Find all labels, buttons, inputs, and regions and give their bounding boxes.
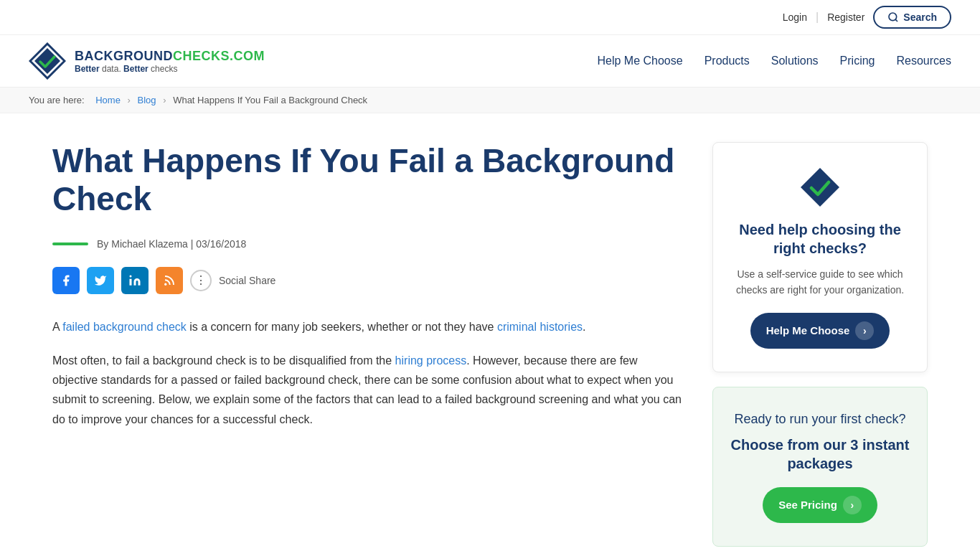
svg-marker-7 (801, 168, 839, 207)
more-share-button[interactable]: ⋮ (190, 270, 212, 291)
svg-point-6 (165, 283, 166, 285)
logo-tagline: Better data. Better checks (75, 64, 265, 74)
failed-bg-check-link[interactable]: failed background check (62, 321, 187, 333)
breadcrumb: You are here: Home › Blog › What Happens… (0, 88, 980, 113)
breadcrumb-home[interactable]: Home (95, 95, 121, 105)
logo-area: BACKGROUNDCHECKS.COM Better data. Better… (29, 42, 265, 80)
author-text: By Michael Klazema | 03/16/2018 (97, 238, 246, 250)
social-share: ⋮ Social Share (52, 267, 684, 294)
criminal-histories-link[interactable]: criminal histories (497, 321, 583, 333)
search-button[interactable]: Search (873, 6, 951, 29)
article-title: What Happens If You Fail a Background Ch… (52, 142, 684, 218)
nav-solutions[interactable]: Solutions (771, 55, 819, 67)
social-share-label: Social Share (219, 275, 275, 286)
article-area: What Happens If You Fail a Background Ch… (52, 142, 684, 551)
login-link[interactable]: Login (783, 11, 807, 23)
svg-point-5 (130, 275, 132, 277)
facebook-share-button[interactable] (52, 267, 80, 294)
twitter-icon (94, 274, 107, 287)
top-bar-divider: | (816, 11, 819, 24)
nav-products[interactable]: Products (705, 55, 750, 67)
rss-share-button[interactable] (156, 267, 183, 294)
nav-resources[interactable]: Resources (897, 55, 951, 67)
logo-text-area: BACKGROUNDCHECKS.COM Better data. Better… (75, 49, 265, 74)
see-pricing-button[interactable]: See Pricing › (763, 487, 877, 523)
linkedin-icon (128, 274, 141, 287)
page-content: What Happens If You Fail a Background Ch… (24, 113, 956, 551)
article-body: A failed background check is a concern f… (52, 317, 684, 429)
help-me-choose-button[interactable]: Help Me Choose › (750, 313, 890, 349)
svg-line-1 (895, 19, 897, 22)
facebook-icon (60, 274, 72, 287)
see-pricing-card: Ready to run your first check? Choose fr… (712, 387, 928, 547)
article-para-2: Most often, to fail a background check i… (52, 351, 684, 429)
breadcrumb-current: What Happens If You Fail a Background Ch… (173, 95, 367, 105)
nav-links: Help Me Choose Products Solutions Pricin… (597, 55, 951, 67)
nav-pricing[interactable]: Pricing (840, 55, 875, 67)
register-link[interactable]: Register (827, 11, 864, 23)
rss-icon (163, 274, 176, 287)
help-choose-arrow-icon: › (855, 321, 874, 340)
hiring-process-link[interactable]: hiring process (395, 354, 467, 367)
see-pricing-arrow-icon: › (843, 496, 862, 514)
help-choose-title: Need help choosing the right checks? (730, 220, 910, 258)
top-bar-links: Login | Register Search (783, 6, 951, 29)
sidebar-logo-icon (798, 166, 842, 209)
author-accent (52, 242, 88, 245)
twitter-share-button[interactable] (87, 267, 114, 294)
author-line: By Michael Klazema | 03/16/2018 (52, 238, 684, 250)
main-nav: BACKGROUNDCHECKS.COM Better data. Better… (0, 35, 980, 88)
help-me-choose-card: Need help choosing the right checks? Use… (712, 142, 928, 372)
breadcrumb-blog[interactable]: Blog (138, 95, 156, 105)
nav-help-me-choose[interactable]: Help Me Choose (597, 55, 682, 67)
logo-icon (29, 42, 66, 80)
article-para-1: A failed background check is a concern f… (52, 317, 684, 336)
svg-rect-4 (130, 279, 132, 286)
top-bar: Login | Register Search (0, 0, 980, 35)
search-icon (887, 11, 899, 23)
svg-point-0 (889, 13, 897, 21)
pricing-card-sub: Choose from our 3 instant packages (730, 435, 910, 473)
linkedin-share-button[interactable] (121, 267, 149, 294)
help-choose-desc: Use a self-service guide to see which ch… (730, 266, 910, 298)
sidebar: Need help choosing the right checks? Use… (712, 142, 928, 551)
pricing-card-title: Ready to run your first check? (730, 410, 910, 428)
logo-name: BACKGROUNDCHECKS.COM (75, 49, 265, 64)
